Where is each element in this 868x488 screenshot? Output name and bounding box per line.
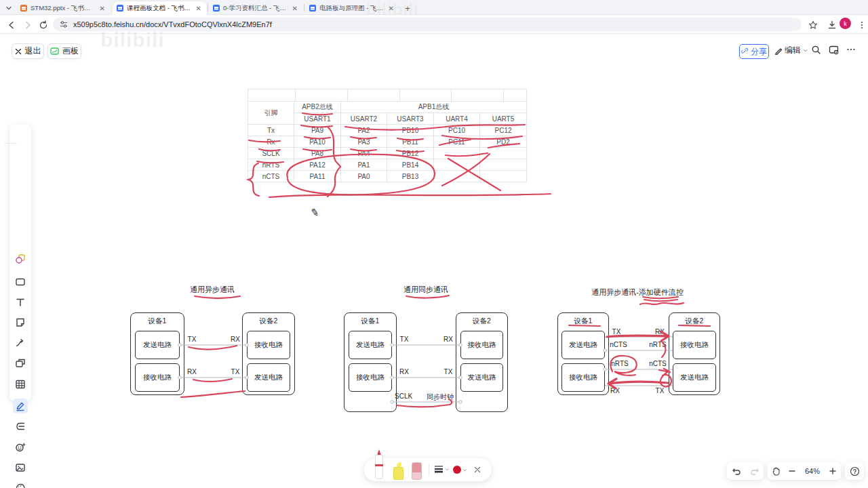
address-bar[interactable]: x509p5c8to.feishu.cn/docx/VTvxdFOtoCQVlx…	[53, 18, 802, 31]
box-label: 发送电路	[569, 340, 597, 350]
table-cell[interactable]: UART4	[434, 113, 480, 125]
diagram2-device2-box[interactable]	[456, 312, 508, 412]
search-button[interactable]	[811, 45, 821, 55]
emoji-tool-icon[interactable]	[13, 440, 28, 455]
color-swatch	[453, 466, 461, 474]
tab-title: STM32.pptx - 飞书云文档	[31, 4, 95, 13]
diagram1-dev1-rx-box[interactable]: 接收电路	[135, 363, 180, 392]
box-label: 发送电路	[254, 373, 283, 382]
theme-palette-icon[interactable]	[13, 481, 28, 488]
close-icon	[15, 48, 22, 55]
diagram3-dev2-rx-box[interactable]: 接收电路	[673, 331, 716, 359]
pan-hand-icon[interactable]	[769, 464, 783, 478]
diagram2-dev1-tx-box[interactable]: 发送电路	[349, 331, 392, 359]
undo-icon[interactable]	[730, 464, 743, 478]
table-cell[interactable]: USART1	[294, 113, 341, 125]
zoom-out-button[interactable]	[785, 464, 799, 478]
image-tool-icon[interactable]	[13, 460, 28, 475]
presentation-button[interactable]	[829, 45, 839, 55]
more-menu-button[interactable]	[846, 45, 856, 54]
browser-menu-icon[interactable]	[856, 19, 868, 31]
bookmark-star-icon[interactable]	[807, 19, 819, 31]
zoom-level[interactable]: 64%	[802, 467, 823, 475]
diagram1-dev2-rx-box[interactable]: 接收电路	[247, 331, 290, 359]
diagram2-title: 通用同步通讯	[383, 285, 469, 295]
zoom-in-button[interactable]	[826, 464, 840, 478]
diagram3-dev1-rx-box[interactable]: 接收电路	[561, 363, 605, 392]
thickness-icon	[434, 465, 443, 473]
diagram1-dev1-tx-box[interactable]: 发送电路	[135, 331, 180, 359]
url-text[interactable]: x509p5c8to.feishu.cn/docx/VTvxdFOtoCQVlx…	[73, 20, 272, 28]
table-empty-row[interactable]	[248, 89, 527, 102]
device-label: 设备2	[669, 317, 720, 326]
sticky-note-icon[interactable]	[13, 315, 28, 330]
zoom-controls: 64%	[768, 462, 841, 480]
tab-separator	[304, 4, 304, 12]
line-label: RX	[651, 328, 669, 336]
tab-title: 课程画板文档 - 飞书云文档	[127, 4, 191, 13]
box-label: 接收电路	[569, 373, 597, 382]
help-pill	[845, 462, 864, 480]
presentation-gear-icon	[829, 45, 839, 55]
highlighter-tool[interactable]	[393, 462, 403, 480]
tab-search-icon[interactable]	[3, 2, 15, 14]
mindmap-tool-icon[interactable]	[13, 419, 28, 434]
exit-board-button[interactable]: 退出	[12, 43, 44, 59]
pen-color-button[interactable]	[453, 466, 467, 474]
text-tool-icon[interactable]	[13, 295, 28, 310]
back-icon[interactable]	[5, 19, 18, 31]
table-cell[interactable]: USART2	[341, 113, 387, 125]
diagram2-device1-box[interactable]	[344, 312, 397, 412]
pen-tool-icon[interactable]	[13, 399, 28, 413]
help-icon[interactable]	[848, 464, 861, 478]
edit-mode-button[interactable]: 编辑	[774, 45, 808, 56]
table-cell[interactable]: UART5	[480, 113, 527, 125]
tab-close-icon[interactable]: ✕	[291, 5, 299, 12]
shape-tool-icon[interactable]	[13, 274, 28, 289]
tab-close-icon[interactable]: ✕	[195, 5, 203, 12]
templates-icon[interactable]	[13, 251, 28, 266]
frame-tool-icon[interactable]	[13, 356, 28, 371]
table-cell[interactable]: APB1总线	[341, 102, 527, 113]
tab-board-doc[interactable]: 课程画板文档 - 飞书云文档 ✕	[113, 1, 207, 15]
tab-close-icon[interactable]: ✕	[98, 5, 106, 12]
connector-tool-icon[interactable]	[13, 336, 28, 350]
download-icon[interactable]	[826, 19, 838, 31]
diagram2-dev2-tx-box[interactable]: 发送电路	[460, 363, 503, 392]
stroke-thickness-button[interactable]	[434, 465, 450, 473]
diagram3-dev1-tx-box[interactable]: 发送电路	[561, 331, 605, 359]
forward-icon[interactable]	[22, 19, 34, 31]
table-cell[interactable]: USART3	[387, 113, 434, 125]
line-label: TX	[395, 336, 413, 343]
box-label: 接收电路	[680, 340, 709, 350]
tab-stm32-pptx[interactable]: STM32.pptx - 飞书云文档 ✕	[16, 1, 111, 15]
line-label: TX	[183, 336, 201, 343]
more-dots-icon	[846, 45, 856, 54]
line-label: TX	[651, 387, 669, 394]
box-label: 接收电路	[356, 373, 384, 382]
red-marker-tool[interactable]	[374, 449, 384, 479]
usart-pin-table[interactable]: 引脚 APB2总线 APB1总线 USART1 USART2 USART3 UA…	[248, 101, 527, 182]
doc-favicon-icon	[309, 5, 316, 12]
tab-study-doc[interactable]: 0-学习资料汇总 - 飞书云文档 ✕	[209, 1, 303, 15]
redo-icon[interactable]	[748, 464, 762, 478]
diagram3-dev2-tx-box[interactable]: 发送电路	[673, 363, 716, 392]
eraser-tool[interactable]	[412, 462, 422, 480]
box-label: 接收电路	[254, 340, 283, 350]
profile-avatar[interactable]: k	[840, 18, 851, 29]
diagram1-dev2-tx-box[interactable]: 发送电路	[247, 363, 290, 392]
watermark: bilibili	[366, 0, 418, 19]
table-cell[interactable]: 引脚	[248, 102, 294, 125]
table-tool-icon[interactable]	[13, 377, 28, 392]
table-row: Rx PA10 PA3 PB11 PC11 PD2	[248, 136, 527, 148]
box-label: 接收电路	[143, 373, 172, 382]
line-label: nRTS	[647, 341, 669, 348]
diagram2-dev1-rx-box[interactable]: 接收电路	[349, 363, 392, 392]
table-cell[interactable]: APB2总线	[294, 102, 341, 113]
share-button[interactable]: 分享	[739, 44, 769, 59]
reload-icon[interactable]	[37, 19, 50, 31]
site-settings-icon[interactable]	[60, 20, 68, 28]
board-button[interactable]: 画板	[47, 43, 81, 59]
diagram2-dev2-rx-box[interactable]: 接收电路	[460, 331, 503, 359]
close-tray-button[interactable]	[473, 465, 482, 474]
